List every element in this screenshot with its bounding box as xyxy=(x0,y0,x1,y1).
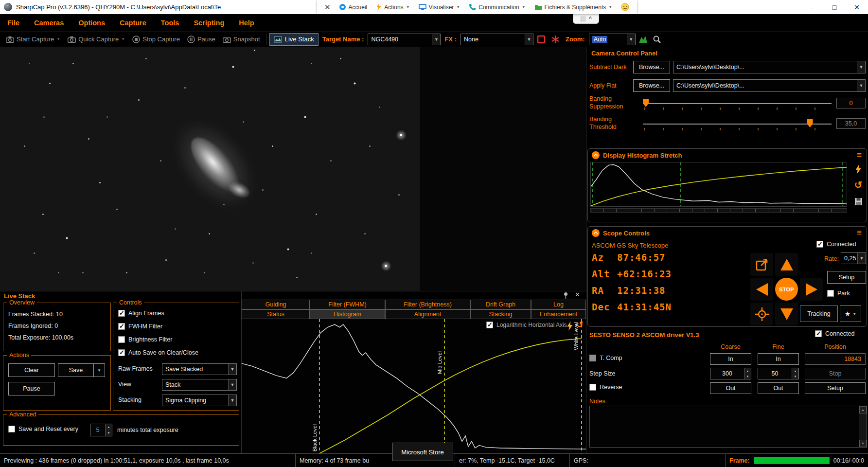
close-button[interactable]: ✕ xyxy=(846,0,868,14)
scope-setup-button[interactable]: Setup xyxy=(827,271,866,284)
log-axis-checkbox[interactable] xyxy=(486,322,493,328)
align-frames-checkbox[interactable] xyxy=(118,310,125,317)
menu-options[interactable]: Options xyxy=(71,19,112,27)
stretch-histogram-graph[interactable] xyxy=(590,162,847,207)
save-stretch-button[interactable] xyxy=(851,195,865,208)
auto-stretch-button[interactable] xyxy=(637,33,650,46)
fx-combobox[interactable]: None ▼ xyxy=(461,34,533,45)
coarse-out-button[interactable]: Out xyxy=(710,382,751,394)
fine-in-button[interactable]: In xyxy=(758,353,799,365)
histogram-reset-button[interactable]: ↺ xyxy=(576,320,583,330)
dock-close-button[interactable]: ✕ xyxy=(575,291,580,298)
chevron-down-icon[interactable]: ▼ xyxy=(228,364,236,375)
park-checkbox[interactable] xyxy=(827,290,834,297)
histogram-lightning-button[interactable] xyxy=(567,321,573,333)
chevron-down-icon[interactable]: ▼ xyxy=(228,379,236,390)
scope-connected-checkbox[interactable] xyxy=(816,241,823,248)
tab-alignment[interactable]: Alignment xyxy=(385,309,470,319)
stop-capture-button[interactable]: Stop Capture xyxy=(129,33,183,46)
tv-item-actions[interactable]: Actions▼ xyxy=(372,0,413,14)
tab-filter-brightness[interactable]: Filter (Brightness) xyxy=(385,300,470,309)
menu-icon[interactable]: ≡ xyxy=(857,228,862,238)
quick-capture-button[interactable]: Quick Capture▼ xyxy=(65,33,128,46)
start-capture-button[interactable]: Start Capture▼ xyxy=(3,33,63,46)
collapse-button[interactable] xyxy=(592,151,600,159)
clear-button[interactable]: Clear xyxy=(8,363,55,377)
chevron-down-icon[interactable]: ▼ xyxy=(627,34,635,45)
minimize-button[interactable]: – xyxy=(801,0,823,14)
tab-guiding[interactable]: Guiding xyxy=(242,300,310,309)
save-dropdown-button[interactable]: ▼ xyxy=(93,363,105,377)
tracking-button[interactable]: Tracking xyxy=(800,305,838,322)
auto-save-checkbox[interactable] xyxy=(118,349,125,356)
tab-enhancement[interactable]: Enhancement xyxy=(531,309,586,319)
minutes-spinner[interactable]: 5 ▲▼ xyxy=(90,424,112,436)
teamviewer-collapse-handle[interactable]: ^ xyxy=(573,14,599,24)
close-icon[interactable]: ✕ xyxy=(321,3,334,12)
image-display-area[interactable] xyxy=(0,47,586,291)
center-target-button[interactable] xyxy=(750,303,773,325)
subtract-dark-browse-button[interactable]: Browse... xyxy=(633,61,670,73)
menu-capture[interactable]: Capture xyxy=(112,19,154,27)
stacking-combobox[interactable]: Sigma Clipping ▼ xyxy=(162,395,237,406)
chevron-down-icon[interactable]: ▼ xyxy=(228,395,236,406)
tab-status[interactable]: Status xyxy=(242,309,310,319)
zoom-tool-button[interactable] xyxy=(651,33,663,46)
chevron-down-icon[interactable]: ▼ xyxy=(432,34,440,45)
tv-item-communication[interactable]: Communication▼ xyxy=(465,0,529,14)
tab-stacking[interactable]: Stacking xyxy=(470,309,531,319)
focuser-position-value[interactable]: 18843 xyxy=(805,353,866,365)
banding-suppression-slider[interactable] xyxy=(643,97,832,110)
notes-input[interactable]: ▲ ▼ xyxy=(589,406,867,448)
focuser-setup-button[interactable]: Setup xyxy=(805,382,866,394)
live-stack-button[interactable]: Live Stack xyxy=(269,33,319,46)
tv-item-visualiser[interactable]: Visualiser▼ xyxy=(415,0,464,14)
save-reset-checkbox[interactable] xyxy=(8,426,15,432)
tab-drift-graph[interactable]: Drift Graph xyxy=(470,300,531,309)
slider-thumb[interactable] xyxy=(807,119,813,127)
chevron-down-icon[interactable]: ▼ xyxy=(857,253,866,264)
menu-scripting[interactable]: Scripting xyxy=(186,19,231,27)
slew-down-button[interactable] xyxy=(775,303,798,325)
scroll-down-icon[interactable]: ▼ xyxy=(859,440,867,447)
selection-area-button[interactable] xyxy=(535,33,548,46)
raw-frames-combobox[interactable]: Save Stacked ▼ xyxy=(162,363,237,375)
slew-stop-button[interactable]: STOP xyxy=(775,278,798,301)
tab-histogram[interactable]: Histogram xyxy=(310,309,385,319)
slew-left-button[interactable] xyxy=(750,278,773,301)
banding-threshold-slider[interactable] xyxy=(643,118,832,130)
tab-log[interactable]: Log xyxy=(531,300,586,309)
menu-cameras[interactable]: Cameras xyxy=(27,19,71,27)
tab-filter-fwhm[interactable]: Filter (FWHM) xyxy=(310,300,385,309)
tv-item-accueil[interactable]: Accueil xyxy=(335,0,372,14)
menu-icon[interactable]: ≡ xyxy=(857,150,862,160)
apply-flat-path-combobox[interactable]: C:\Users\sylvi\Desktop\... ▼ xyxy=(673,79,866,92)
slew-right-button[interactable] xyxy=(800,278,823,301)
brightness-filter-checkbox[interactable] xyxy=(118,336,125,343)
goto-star-button[interactable]: ★ ▼ xyxy=(840,305,861,322)
apply-flat-browse-button[interactable]: Browse... xyxy=(633,79,670,92)
zoom-combobox[interactable]: Auto ▼ xyxy=(589,34,636,45)
slider-thumb[interactable] xyxy=(643,99,649,107)
maximize-button[interactable]: □ xyxy=(823,0,846,14)
tv-item-feedback[interactable] xyxy=(617,0,633,14)
fine-step-spinner[interactable]: 50 ▲▼ xyxy=(758,368,799,379)
pause-button[interactable]: Pause xyxy=(184,33,218,46)
scroll-up-icon[interactable]: ▲ xyxy=(859,406,867,413)
chevron-down-icon[interactable]: ▼ xyxy=(857,61,865,73)
notes-scrollbar[interactable]: ▲ ▼ xyxy=(859,406,867,447)
chevron-down-icon[interactable]: ▼ xyxy=(525,34,533,45)
fine-out-button[interactable]: Out xyxy=(758,382,799,394)
coarse-step-spinner[interactable]: 300 ▲▼ xyxy=(710,368,751,379)
fwhm-filter-checkbox[interactable] xyxy=(118,323,125,330)
rate-combobox[interactable]: 0,25 ▼ xyxy=(841,252,866,264)
focuser-stop-button[interactable]: Stop xyxy=(805,368,866,379)
reticule-button[interactable] xyxy=(549,33,562,46)
subtract-dark-path-combobox[interactable]: C:\Users\sylvi\Desktop\... ▼ xyxy=(673,61,866,73)
coarse-in-button[interactable]: In xyxy=(710,353,751,365)
snapshot-button[interactable]: Snapshot xyxy=(220,33,263,46)
target-name-combobox[interactable]: NGC4490 ▼ xyxy=(368,34,441,45)
banding-threshold-value[interactable]: 35,0 xyxy=(836,118,866,129)
view-combobox[interactable]: Stack ▼ xyxy=(162,379,237,391)
auto-stretch-lightning-button[interactable] xyxy=(850,162,866,176)
